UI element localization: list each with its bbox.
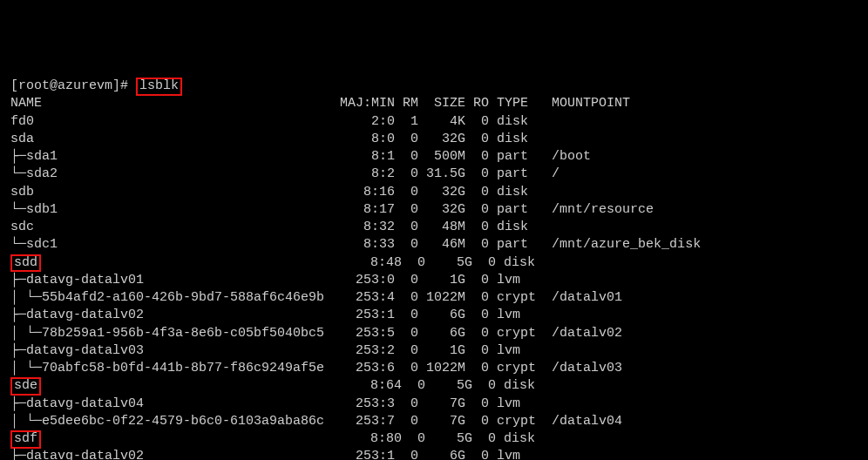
device-highlight: sdf: [10, 430, 41, 449]
lsblk-header-row: NAME MAJ:MIN RM SIZE RO TYPE MOUNTPOINT: [10, 96, 630, 111]
lsblk-row: │ └─55b4afd2-a160-426b-9bd7-588af6c46e9b…: [10, 290, 622, 305]
device-highlight: sdd: [10, 254, 41, 273]
lsblk-row: │ └─e5dee6bc-0f22-4579-b6c0-6103a9aba86c…: [10, 414, 622, 429]
device-highlight: sde: [10, 377, 41, 396]
lsblk-row: fd0 2:0 1 4K 0 disk: [10, 114, 536, 129]
lsblk-row: ├─datavg-datalv02 253:1 0 6G 0 lvm: [10, 449, 536, 460]
lsblk-row: sde 8:64 0 5G 0 disk: [10, 378, 543, 393]
lsblk-row: ├─datavg-datalv03 253:2 0 1G 0 lvm: [10, 343, 536, 358]
lsblk-row: └─sdc1 8:33 0 46M 0 part /mnt/azure_bek_…: [10, 237, 701, 252]
lsblk-row: │ └─70abfc58-b0fd-441b-8b77-f86c9249af5e…: [10, 361, 622, 375]
lsblk-row: ├─datavg-datalv04 253:3 0 7G 0 lvm: [10, 396, 536, 411]
lsblk-row: sda 8:0 0 32G 0 disk: [10, 132, 536, 146]
command-highlight: lsblk: [136, 78, 182, 96]
lsblk-row: │ └─78b259a1-956b-4f3a-8e6b-c05bf5040bc5…: [10, 326, 622, 341]
lsblk-row: ├─datavg-datalv01 253:0 0 1G 0 lvm: [10, 273, 536, 288]
lsblk-row: ├─datavg-datalv02 253:1 0 6G 0 lvm: [10, 308, 536, 322]
terminal-output: [root@azurevm]# lsblk NAME MAJ:MIN RM SI…: [10, 78, 858, 460]
lsblk-row: sdd 8:48 0 5G 0 disk: [10, 255, 543, 270]
lsblk-row: └─sdb1 8:17 0 32G 0 part /mnt/resource: [10, 202, 654, 217]
lsblk-row: sdf 8:80 0 5G 0 disk: [10, 431, 543, 446]
lsblk-row: ├─sda1 8:1 0 500M 0 part /boot: [10, 149, 591, 164]
lsblk-row: sdb 8:16 0 32G 0 disk: [10, 185, 536, 200]
lsblk-row: └─sda2 8:2 0 31.5G 0 part /: [10, 166, 559, 181]
shell-prompt: [root@azurevm]#: [10, 78, 128, 93]
lsblk-row: sdc 8:32 0 48M 0 disk: [10, 220, 536, 234]
